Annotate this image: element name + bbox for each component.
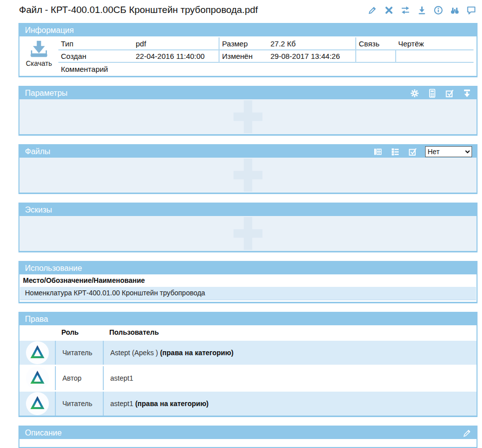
usage-header: Использование <box>19 262 477 274</box>
rights-role: Читатель <box>55 391 103 416</box>
rights-note: (права на категорию) <box>160 349 234 357</box>
prop-label-empty <box>356 50 396 62</box>
file-toolbar <box>368 5 476 15</box>
information-header: Информация <box>19 24 477 36</box>
comment-icon[interactable] <box>467 5 476 15</box>
rights-role: Автор <box>55 366 103 391</box>
prop-label-comment: Комментарий <box>58 62 133 75</box>
plus-icon <box>234 217 262 250</box>
files-header-icons: Нет <box>373 146 472 157</box>
export-down-icon[interactable] <box>462 88 472 98</box>
prop-value-type: pdf <box>133 37 219 50</box>
title-row: Файл - КРТ-400.01.00СБ Кронштейн трубопр… <box>19 3 476 16</box>
prop-value-created: 22-04-2016 11:40:00 <box>133 50 219 62</box>
download-icon[interactable] <box>417 5 427 15</box>
prop-label-size: Размер <box>219 37 268 50</box>
rights-user: astept1 <box>110 374 133 382</box>
user-logo-badge <box>26 367 49 390</box>
file-properties-table: Тип pdf Размер 27.2 Кб Связь Чертёж Созд… <box>58 37 474 75</box>
description-body <box>19 439 477 447</box>
appius-logo-icon <box>28 395 46 413</box>
rights-header: Права <box>19 313 477 325</box>
table-row: Создан 22-04-2016 11:40:00 Изменён 29-08… <box>58 50 474 62</box>
parameters-header-icons <box>410 88 472 98</box>
rights-note: (права на категорию) <box>135 400 209 408</box>
file-card-page: Файл - КРТ-400.01.00СБ Кронштейн трубопр… <box>0 0 482 448</box>
files-header: Файлы Нет <box>19 145 477 158</box>
list-view-icon[interactable] <box>390 147 400 157</box>
edit-pencil-icon[interactable] <box>462 428 472 438</box>
description-header: Описание <box>19 427 477 439</box>
rights-row: Автор astept1 <box>19 366 477 391</box>
rights-row: Читатель Astept (Apeks )(права на катего… <box>19 340 477 366</box>
prop-value-link: Чертёж <box>396 37 474 50</box>
section-parameters: Параметры <box>18 86 478 136</box>
rights-col-user: Пользователь <box>103 325 477 340</box>
rights-col-role: Роль <box>55 325 103 340</box>
usage-column-header: Место/Обозначение/Наименование <box>19 274 477 287</box>
files-filter-select[interactable]: Нет <box>425 146 472 157</box>
section-description: Описание <box>18 426 478 448</box>
usage-header-label: Использование <box>25 264 82 273</box>
user-logo-badge <box>26 341 49 364</box>
checkbox-icon[interactable] <box>408 147 418 157</box>
download-file-button[interactable]: Скачать <box>19 37 58 75</box>
sketches-header: Эскизы <box>19 204 477 216</box>
usage-body: Место/Обозначение/Наименование Номенклат… <box>19 274 477 302</box>
description-header-icons <box>462 428 472 438</box>
info-icon[interactable] <box>434 5 443 15</box>
section-sketches: Эскизы <box>18 203 478 252</box>
rights-role: Читатель <box>55 340 103 366</box>
rights-header-row: Роль Пользователь <box>19 325 477 340</box>
prop-value-modified: 29-08-2017 13:44:26 <box>268 50 356 62</box>
rights-user: Astept (Apeks ) <box>110 349 158 357</box>
sketches-header-label: Эскизы <box>25 206 52 215</box>
rights-user: astept1 <box>110 400 133 408</box>
table-view-icon[interactable] <box>373 147 383 157</box>
section-files: Файлы Нет <box>18 144 478 194</box>
prop-value-empty <box>396 50 474 62</box>
section-usage: Использование Место/Обозначение/Наименов… <box>18 261 478 303</box>
prop-value-size: 27.2 Кб <box>268 37 356 50</box>
usage-row[interactable]: Номенклатура КРТ-400.01.00 Кронштейн тру… <box>20 287 476 300</box>
rights-table: Роль Пользователь Читатель Astept (Apeks… <box>19 325 477 416</box>
prop-label-created: Создан <box>58 50 133 62</box>
parameters-add-area[interactable] <box>19 99 477 134</box>
checkbox-icon[interactable] <box>445 88 455 98</box>
page-title: Файл - КРТ-400.01.00СБ Кронштейн трубопр… <box>19 4 258 15</box>
swap-arrows-icon[interactable] <box>401 5 410 15</box>
table-row: Тип pdf Размер 27.2 Кб Связь Чертёж <box>58 37 474 50</box>
close-icon[interactable] <box>384 5 394 15</box>
section-rights: Права Роль Пользователь Читатель Astept … <box>18 312 478 417</box>
table-row: Комментарий <box>58 62 474 75</box>
gear-icon[interactable] <box>410 88 420 98</box>
appius-logo-icon <box>28 369 46 387</box>
prop-label-modified: Изменён <box>219 50 268 62</box>
description-header-label: Описание <box>25 429 62 438</box>
download-tray-icon <box>27 39 50 60</box>
rights-row: Читатель astept1(права на категорию) <box>19 391 477 416</box>
user-logo-badge <box>26 392 49 415</box>
rights-col-icon <box>19 325 55 340</box>
appius-logo-icon <box>28 344 46 362</box>
plus-icon <box>234 159 262 192</box>
parameters-header: Параметры <box>19 87 477 99</box>
parameters-header-label: Параметры <box>25 89 67 98</box>
plus-icon <box>234 100 262 133</box>
rights-header-label: Права <box>25 315 48 324</box>
sketches-add-area[interactable] <box>19 216 477 251</box>
files-header-label: Файлы <box>25 147 50 156</box>
calculator-icon[interactable] <box>427 88 437 98</box>
prop-value-comment <box>133 62 474 75</box>
download-label: Скачать <box>19 60 58 67</box>
files-add-area[interactable] <box>19 158 477 193</box>
binoculars-icon[interactable] <box>450 5 460 15</box>
information-header-label: Информация <box>25 26 74 35</box>
section-information: Информация Скачать Тип pdf Размер 27.2 К… <box>18 23 478 77</box>
information-body: Скачать Тип pdf Размер 27.2 Кб Связь Чер… <box>19 36 477 76</box>
prop-label-link: Связь <box>356 37 396 50</box>
prop-label-type: Тип <box>58 37 133 50</box>
edit-icon[interactable] <box>368 5 377 15</box>
